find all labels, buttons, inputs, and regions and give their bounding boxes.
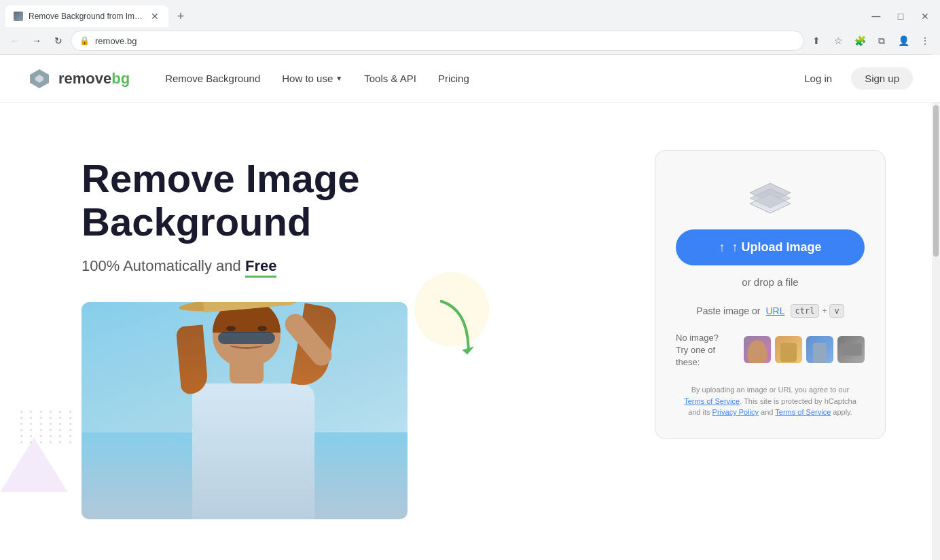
toolbar-right: ⬆ ☆ 🧩 ⧉ 👤 ⋮ bbox=[807, 31, 935, 50]
nav-tools-api[interactable]: Tools & API bbox=[356, 67, 424, 90]
address-bar[interactable]: 🔒 remove.bg bbox=[71, 31, 804, 51]
logo-text: removebg bbox=[58, 70, 130, 88]
menu-icon[interactable]: ⋮ bbox=[916, 31, 935, 50]
tos-link-2[interactable]: Terms of Service bbox=[775, 408, 831, 416]
nav-remove-bg[interactable]: Remove Background bbox=[157, 67, 268, 90]
hero-title: Remove Image Background bbox=[82, 157, 628, 244]
nav-how-to-use[interactable]: How to use ▼ bbox=[274, 67, 350, 90]
layers-icon bbox=[743, 178, 797, 219]
sample-image-2[interactable] bbox=[775, 336, 802, 363]
tab-favicon bbox=[14, 12, 23, 21]
bookmark-icon[interactable]: ☆ bbox=[829, 31, 848, 50]
security-icon: 🔒 bbox=[79, 36, 90, 45]
upload-image-button[interactable]: ↑ ↑ Upload Image bbox=[676, 229, 865, 265]
ctrl-key: ctrl bbox=[791, 304, 820, 318]
sample-image-1[interactable] bbox=[744, 336, 771, 363]
paste-row: Paste image or URL ctrl + v bbox=[696, 304, 844, 318]
hero-left: Remove Image Background 100% Automatical… bbox=[82, 143, 628, 519]
close-window-button[interactable]: ✕ bbox=[916, 7, 935, 26]
tab-bar: Remove Background from Image... ✕ + ─ □ … bbox=[0, 0, 940, 27]
page-content: removebg Remove Background How to use ▼ … bbox=[0, 55, 940, 560]
sample-image-3[interactable] bbox=[806, 336, 833, 363]
reload-button[interactable]: ↻ bbox=[49, 31, 68, 50]
privacy-policy-link[interactable]: Privacy Policy bbox=[712, 408, 759, 416]
no-image-text: No image? Try one of these: bbox=[676, 331, 736, 368]
sample-images-list bbox=[744, 336, 865, 363]
legal-text: By uploading an image or URL you agree t… bbox=[676, 384, 865, 418]
keyboard-shortcut-hint: ctrl + v bbox=[791, 304, 844, 318]
upload-card: ↑ ↑ Upload Image or drop a file Paste im… bbox=[655, 150, 886, 439]
navbar: removebg Remove Background How to use ▼ … bbox=[0, 55, 940, 102]
profile-icon[interactable]: 👤 bbox=[894, 31, 913, 50]
v-key: v bbox=[829, 304, 844, 318]
paste-text: Paste image or bbox=[696, 305, 760, 316]
browser-chrome: Remove Background from Image... ✕ + ─ □ … bbox=[0, 0, 940, 55]
paste-url-link[interactable]: URL bbox=[766, 305, 785, 316]
logo[interactable]: removebg bbox=[27, 67, 130, 91]
hero-subtitle: 100% Automatically and Free bbox=[82, 257, 628, 275]
nav-pricing[interactable]: Pricing bbox=[430, 67, 477, 90]
decorative-triangle-left bbox=[0, 438, 68, 492]
maximize-button[interactable]: □ bbox=[891, 7, 910, 26]
scrollbar-thumb[interactable] bbox=[933, 105, 939, 257]
hero-right: ↑ ↑ Upload Image or drop a file Paste im… bbox=[655, 143, 886, 439]
browser-controls: ← → ↻ 🔒 remove.bg ⬆ ☆ 🧩 ⧉ 👤 ⋮ bbox=[0, 27, 940, 54]
upload-icon-btn: ↑ bbox=[719, 240, 725, 255]
sample-images-row: No image? Try one of these: bbox=[676, 331, 865, 368]
tos-link-1[interactable]: Terms of Service bbox=[684, 397, 740, 405]
login-button[interactable]: Log in bbox=[793, 67, 843, 90]
back-button[interactable]: ← bbox=[5, 31, 24, 50]
nav-actions: Log in Sign up bbox=[793, 67, 913, 90]
signup-button[interactable]: Sign up bbox=[851, 67, 913, 90]
minimize-button[interactable]: ─ bbox=[867, 7, 886, 26]
hero-section: Remove Image Background 100% Automatical… bbox=[0, 102, 940, 546]
new-tab-button[interactable]: + bbox=[171, 7, 190, 26]
nav-links: Remove Background How to use ▼ Tools & A… bbox=[157, 67, 793, 90]
tab-search-icon[interactable]: ⧉ bbox=[872, 31, 891, 50]
forward-button[interactable]: → bbox=[27, 31, 46, 50]
plus-separator: + bbox=[822, 306, 827, 316]
extensions-icon[interactable]: 🧩 bbox=[850, 31, 869, 50]
tab-close-button[interactable]: ✕ bbox=[149, 11, 160, 22]
tab-title: Remove Background from Image... bbox=[29, 12, 144, 21]
chevron-down-icon: ▼ bbox=[336, 75, 342, 82]
address-url: remove.bg bbox=[95, 36, 795, 46]
active-tab[interactable]: Remove Background from Image... ✕ bbox=[5, 5, 168, 27]
logo-icon bbox=[27, 67, 52, 91]
sample-image-4[interactable] bbox=[837, 336, 865, 363]
scrollbar bbox=[932, 55, 940, 560]
hero-image bbox=[82, 302, 408, 519]
share-icon[interactable]: ⬆ bbox=[807, 31, 826, 50]
drop-file-text: or drop a file bbox=[742, 276, 798, 288]
